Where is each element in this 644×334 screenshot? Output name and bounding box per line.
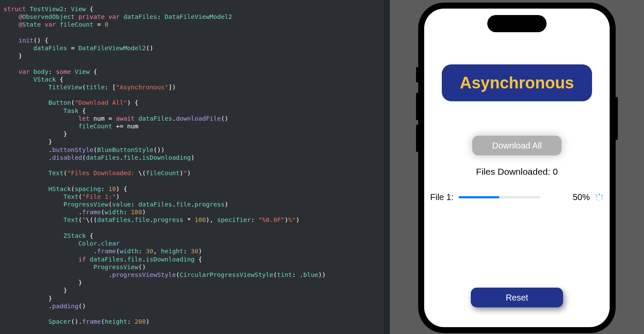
svg-rect-2 bbox=[595, 197, 597, 198]
progress-bar bbox=[459, 196, 540, 198]
svg-rect-0 bbox=[599, 193, 600, 195]
file-progress-row: File 1: 50% bbox=[424, 192, 610, 202]
loading-spinner-icon bbox=[595, 193, 604, 202]
progress-percent: 50% bbox=[573, 192, 590, 202]
file-label: File 1: bbox=[430, 192, 453, 202]
code-editor[interactable]: struct TestView2: View { @ObservedObject… bbox=[0, 0, 390, 334]
device-button-volume-up bbox=[416, 93, 418, 120]
svg-rect-6 bbox=[596, 198, 598, 200]
download-all-label: Download All bbox=[492, 141, 542, 151]
svg-rect-1 bbox=[599, 200, 600, 201]
files-downloaded-text: Files Downloaded: 0 bbox=[476, 167, 558, 177]
svg-rect-7 bbox=[601, 198, 603, 200]
device-button-power bbox=[616, 97, 618, 140]
download-all-button[interactable]: Download All bbox=[472, 136, 562, 155]
reset-label: Reset bbox=[506, 293, 528, 303]
reset-button[interactable]: Reset bbox=[471, 288, 563, 307]
svg-rect-4 bbox=[596, 194, 598, 196]
svg-rect-5 bbox=[601, 194, 603, 196]
svg-rect-3 bbox=[601, 197, 603, 198]
device-screen: Asynchronous Download All Files Download… bbox=[424, 9, 610, 327]
title-text: Asynchronous bbox=[460, 74, 574, 92]
preview-pane: Asynchronous Download All Files Download… bbox=[390, 0, 644, 334]
scrollbar[interactable] bbox=[384, 0, 390, 334]
title-banner: Asynchronous bbox=[442, 64, 592, 101]
progress-fill bbox=[459, 196, 499, 198]
dynamic-island bbox=[487, 15, 547, 32]
device-frame: Asynchronous Download All Files Download… bbox=[418, 3, 616, 333]
device-button-silent bbox=[416, 67, 418, 82]
device-button-volume-down bbox=[416, 124, 418, 152]
code-content: struct TestView2: View { @ObservedObject… bbox=[0, 0, 390, 331]
